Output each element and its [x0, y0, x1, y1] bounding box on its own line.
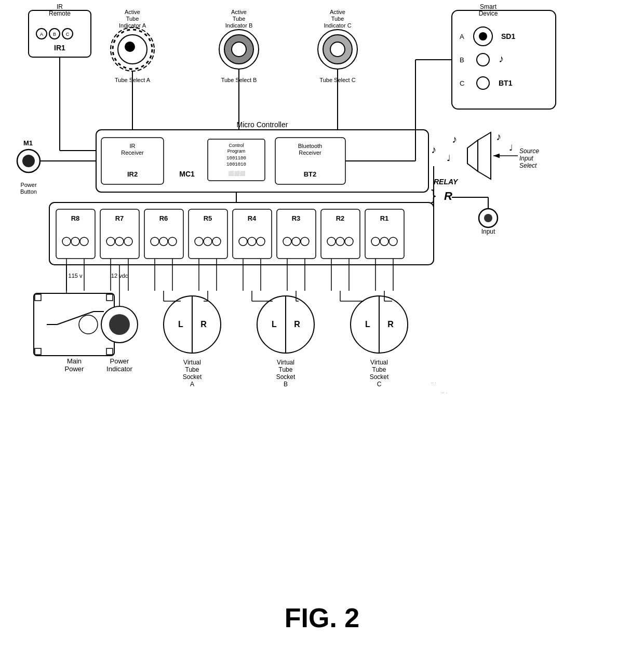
svg-text:L: L	[178, 320, 183, 329]
svg-point-113	[151, 237, 159, 246]
svg-text:A: A	[460, 33, 464, 40]
svg-point-103	[62, 237, 71, 246]
svg-text:Tube: Tube	[233, 16, 246, 22]
svg-text:C: C	[460, 79, 464, 87]
svg-point-120	[212, 237, 221, 246]
svg-text:B: B	[53, 32, 56, 37]
svg-text:Smart: Smart	[480, 3, 497, 10]
svg-text:♪: ♪	[452, 133, 457, 145]
svg-text:Source: Source	[519, 147, 539, 155]
svg-text:Socket: Socket	[370, 373, 389, 381]
svg-text:R1: R1	[380, 214, 389, 222]
svg-text:Power: Power	[110, 357, 130, 365]
svg-rect-36	[452, 10, 556, 109]
svg-point-170	[79, 315, 98, 334]
svg-text:R8: R8	[71, 214, 80, 222]
svg-text:♩: ♩	[509, 143, 513, 152]
svg-text:·· ·: ·· ·	[431, 380, 436, 385]
svg-text:RELAY: RELAY	[434, 178, 459, 186]
svg-text:Receiver: Receiver	[299, 150, 321, 156]
svg-text:Device: Device	[479, 10, 498, 17]
svg-point-135	[345, 237, 353, 246]
svg-text:Button: Button	[20, 188, 37, 195]
svg-point-130	[301, 237, 309, 246]
svg-text:Virtual: Virtual	[277, 359, 294, 366]
svg-text:R6: R6	[159, 214, 168, 222]
svg-text:Program: Program	[227, 148, 246, 154]
svg-point-119	[204, 237, 212, 246]
svg-text:C: C	[377, 381, 382, 388]
svg-text:R7: R7	[115, 214, 124, 222]
svg-text:Active: Active	[330, 9, 345, 15]
svg-text:A: A	[190, 381, 194, 388]
svg-text:Socket: Socket	[183, 373, 202, 381]
svg-point-133	[327, 237, 336, 246]
svg-text:Socket: Socket	[276, 373, 296, 381]
svg-text:Input: Input	[481, 228, 495, 235]
svg-text:Main: Main	[67, 357, 82, 365]
svg-text:Receiver: Receiver	[121, 150, 144, 156]
svg-text:Tube: Tube	[372, 366, 386, 373]
svg-text:R: R	[200, 320, 207, 329]
svg-rect-168	[35, 348, 41, 355]
svg-point-31	[330, 42, 345, 57]
svg-point-134	[336, 237, 344, 246]
svg-text:R2: R2	[336, 214, 345, 222]
figure-label: FIG. 2	[0, 602, 644, 633]
svg-text:IR2: IR2	[127, 170, 138, 178]
svg-text:B: B	[284, 381, 288, 388]
svg-text:Indicator B: Indicator B	[225, 22, 253, 29]
svg-text:BT2: BT2	[304, 170, 317, 178]
diagram-container: A B C IR1 IR Remote Active Tube Indicato…	[0, 0, 644, 509]
svg-text:L: L	[365, 320, 370, 329]
svg-text:Power: Power	[65, 365, 85, 373]
svg-rect-167	[106, 294, 113, 301]
svg-point-108	[106, 237, 115, 246]
svg-point-104	[71, 237, 79, 246]
svg-text:♪: ♪	[496, 131, 501, 142]
svg-text:L: L	[272, 320, 277, 329]
svg-text:1001010: 1001010	[226, 162, 246, 167]
svg-text:♪: ♪	[431, 144, 436, 155]
svg-text:Indicator A: Indicator A	[119, 22, 146, 29]
svg-point-41	[479, 32, 487, 40]
svg-text:R: R	[444, 190, 452, 202]
svg-point-118	[195, 237, 203, 246]
svg-text:R3: R3	[292, 214, 301, 222]
svg-text:1001100: 1001100	[226, 156, 246, 161]
svg-text:⬜⬜⬜: ⬜⬜⬜	[228, 170, 246, 177]
svg-text:BT1: BT1	[499, 79, 513, 87]
svg-text:♪: ♪	[499, 53, 504, 64]
svg-marker-85	[478, 132, 491, 179]
svg-point-47	[477, 77, 489, 89]
svg-text:R5: R5	[204, 214, 212, 222]
svg-point-175	[109, 314, 130, 335]
svg-text:Tube: Tube	[331, 16, 344, 22]
svg-text:Active: Active	[231, 9, 247, 15]
svg-text:R: R	[294, 320, 300, 329]
svg-point-125	[257, 237, 265, 246]
svg-point-96	[484, 214, 492, 222]
svg-text:A: A	[40, 32, 43, 37]
svg-text:♩: ♩	[447, 154, 451, 163]
svg-text:MC1: MC1	[179, 170, 195, 178]
svg-text:IR: IR	[130, 143, 136, 149]
svg-rect-166	[35, 294, 41, 301]
svg-text:Indicator C: Indicator C	[324, 22, 351, 29]
svg-point-139	[380, 237, 388, 246]
svg-text:B: B	[460, 56, 464, 64]
svg-point-128	[283, 237, 291, 246]
svg-text:Input: Input	[519, 155, 533, 162]
svg-text:IR: IR	[57, 3, 63, 10]
svg-text:Tube: Tube	[126, 16, 139, 22]
svg-text:Select: Select	[519, 162, 537, 169]
svg-text:SD1: SD1	[501, 32, 515, 40]
svg-text:C: C	[66, 32, 70, 37]
svg-text:Power: Power	[20, 182, 37, 188]
svg-text:R: R	[387, 320, 394, 329]
svg-point-140	[389, 237, 397, 246]
svg-text:Virtual: Virtual	[183, 359, 201, 366]
svg-text:Indicator: Indicator	[106, 365, 133, 373]
svg-text:Control: Control	[229, 143, 244, 148]
svg-point-110	[124, 237, 132, 246]
